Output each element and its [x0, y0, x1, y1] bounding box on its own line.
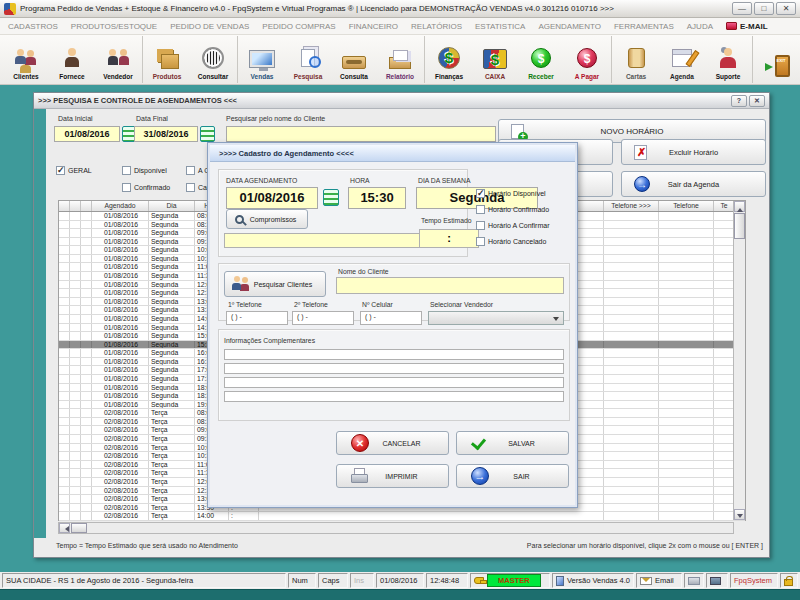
- checkbox-box[interactable]: [476, 205, 485, 214]
- checkbox-horario-confirmado[interactable]: Horário Confirmado: [476, 205, 549, 214]
- toolbar-consultar-button[interactable]: Consultar: [190, 36, 236, 83]
- checkbox-geral[interactable]: GERAL: [56, 166, 92, 175]
- column-header-dia[interactable]: Dia: [149, 201, 195, 211]
- hora-input[interactable]: 15:30: [348, 187, 406, 209]
- checkbox-box[interactable]: [56, 166, 65, 175]
- checkbox-horario-disponivel[interactable]: Horário Disponível: [476, 189, 546, 198]
- column-header-agendado[interactable]: Agendado: [92, 201, 149, 211]
- client-search-input[interactable]: [226, 126, 496, 142]
- compromissos-label: Compromissos: [250, 216, 297, 223]
- tempo-estimado-input[interactable]: :: [419, 229, 479, 248]
- column-header-telefone[interactable]: Telefone >>>: [604, 201, 659, 211]
- agenda-close-button[interactable]: ✕: [749, 95, 765, 107]
- menu-item-financeiro[interactable]: FINANCEIRO: [349, 22, 398, 31]
- column-header-te[interactable]: Te: [714, 201, 735, 211]
- checkbox-horario-a-confirmar[interactable]: Horário A Confirmar: [476, 221, 549, 230]
- checkbox-disponivel[interactable]: Disponível: [122, 166, 167, 175]
- sair-label: SAIR: [513, 473, 529, 480]
- minimize-button[interactable]: —: [732, 2, 752, 15]
- toolbar-suporte-button[interactable]: Suporte: [705, 36, 751, 83]
- celular-input[interactable]: ( ) -: [360, 311, 422, 325]
- vertical-scroll-thumb[interactable]: [734, 213, 745, 239]
- column-header-blank[interactable]: [59, 201, 70, 211]
- salvar-button[interactable]: SALVAR: [456, 431, 569, 455]
- column-header-telefone[interactable]: Telefone: [659, 201, 714, 211]
- tel1-input[interactable]: ( ) -: [226, 311, 288, 325]
- checkbox-box[interactable]: [122, 183, 131, 192]
- toolbar-vendas-button[interactable]: Vendas: [239, 36, 285, 83]
- checkbox-box[interactable]: [476, 237, 485, 246]
- excluir-horario-button[interactable]: Excluir Horário: [621, 139, 766, 165]
- checkbox-box[interactable]: [476, 221, 485, 230]
- tel2-input[interactable]: ( ) -: [292, 311, 354, 325]
- checkbox-confirmado[interactable]: Confirmado: [122, 183, 170, 192]
- checkbox-horario-cancelado[interactable]: Horário Cancelado: [476, 237, 546, 246]
- scroll-down-button[interactable]: [734, 509, 745, 520]
- column-header-blank[interactable]: [70, 201, 81, 211]
- menu-item-agendamento[interactable]: AGENDAMENTO: [538, 22, 601, 31]
- sair-da-agenda-button[interactable]: Sair da Agenda: [621, 171, 766, 197]
- menu-item-estatistica[interactable]: ESTATISTICA: [475, 22, 525, 31]
- vertical-scrollbar[interactable]: [733, 201, 745, 520]
- toolbar-agenda-button[interactable]: Agenda: [659, 36, 705, 83]
- menu-item-e-mail[interactable]: E-MAIL: [726, 22, 768, 31]
- menu-item-ferramentas[interactable]: FERRAMENTAS: [614, 22, 674, 31]
- dialog-titlebar[interactable]: >>>> Cadastro do Agendamento <<<<: [210, 145, 575, 162]
- info-line-input[interactable]: [224, 363, 564, 374]
- menu-item-relatorios[interactable]: RELATÓRIOS: [411, 22, 462, 31]
- checkbox-box[interactable]: [186, 166, 195, 175]
- compromisso-input[interactable]: [224, 233, 420, 248]
- help-button[interactable]: ?: [731, 95, 747, 107]
- menu-item-produtos-estoque[interactable]: PRODUTOS/ESTOQUE: [71, 22, 157, 31]
- checkbox-box[interactable]: [186, 183, 195, 192]
- cell: [659, 512, 714, 520]
- info-line-input[interactable]: [224, 377, 564, 388]
- data-inicial-input[interactable]: 01/08/2016: [54, 126, 120, 142]
- toolbar-pesquisa-button[interactable]: Pesquisa: [285, 36, 331, 83]
- menu-item-cadastros[interactable]: CADASTROS: [8, 22, 58, 31]
- cancelar-button[interactable]: CANCELAR: [336, 431, 449, 455]
- menu-item-pedido-compras[interactable]: PEDIDO COMPRAS: [262, 22, 335, 31]
- toolbar-caixa-button[interactable]: CAIXA: [472, 36, 518, 83]
- checkbox-box[interactable]: [122, 166, 131, 175]
- toolbar-consulta-button[interactable]: Consulta: [331, 36, 377, 83]
- toolbar-vendedor-button[interactable]: Vendedor: [95, 36, 141, 83]
- sair-button[interactable]: SAIR: [456, 464, 569, 488]
- compromissos-button[interactable]: Compromissos: [226, 209, 308, 229]
- imprimir-button[interactable]: IMPRIMIR: [336, 464, 449, 488]
- close-button[interactable]: ✕: [776, 2, 796, 15]
- nome-cliente-input[interactable]: [336, 277, 564, 294]
- scroll-left-button[interactable]: [59, 523, 70, 533]
- info-line-input[interactable]: [224, 349, 564, 360]
- menu-item-ajuda[interactable]: AJUDA: [687, 22, 713, 31]
- toolbar-exit-button[interactable]: [754, 36, 800, 83]
- cell: 01/08/2016: [92, 358, 149, 366]
- toolbar-relatorio-button[interactable]: Relatório: [377, 36, 423, 83]
- horizontal-scrollbar[interactable]: [58, 522, 734, 534]
- maximize-button[interactable]: □: [754, 2, 774, 15]
- table-row[interactable]: 02/08/2016Terça14:00:: [59, 512, 745, 521]
- toolbar-produtos-button[interactable]: Produtos: [144, 36, 190, 83]
- calendar-picker-icon[interactable]: [200, 126, 215, 142]
- toolbar-cartas-button[interactable]: Cartas: [613, 36, 659, 83]
- scroll-up-button[interactable]: [734, 201, 745, 212]
- checkbox-box[interactable]: [476, 189, 485, 198]
- column-header-blank[interactable]: [81, 201, 92, 211]
- horizontal-scroll-thumb[interactable]: [71, 523, 87, 533]
- menu-item-pedido-de-vendas[interactable]: PEDIDO DE VENDAS: [170, 22, 249, 31]
- toolbar-financas-button[interactable]: Finanças: [426, 36, 472, 83]
- pesquisar-clientes-button[interactable]: Pesquisar Clientes: [224, 271, 326, 297]
- data-final-input[interactable]: 31/08/2016: [134, 126, 198, 142]
- calendar-picker-icon[interactable]: [323, 189, 339, 206]
- toolbar-fornece-button[interactable]: Fornece: [49, 36, 95, 83]
- vendedor-dropdown[interactable]: [428, 311, 564, 325]
- agenda-window-titlebar[interactable]: >>> PESQUISA E CONTROLE DE AGENDAMENTOS …: [34, 93, 769, 109]
- data-agendamento-input[interactable]: 01/08/2016: [226, 187, 318, 209]
- info-line-input[interactable]: [224, 391, 564, 402]
- cell: [59, 238, 70, 246]
- toolbar-clientes-button[interactable]: Clientes: [3, 36, 49, 83]
- toolbar-receber-button[interactable]: Receber: [518, 36, 564, 83]
- toolbar-a-pagar-button[interactable]: A Pagar: [564, 36, 610, 83]
- cell: 02/08/2016: [92, 435, 149, 443]
- toolbar-button-label: CAIXA: [485, 73, 505, 81]
